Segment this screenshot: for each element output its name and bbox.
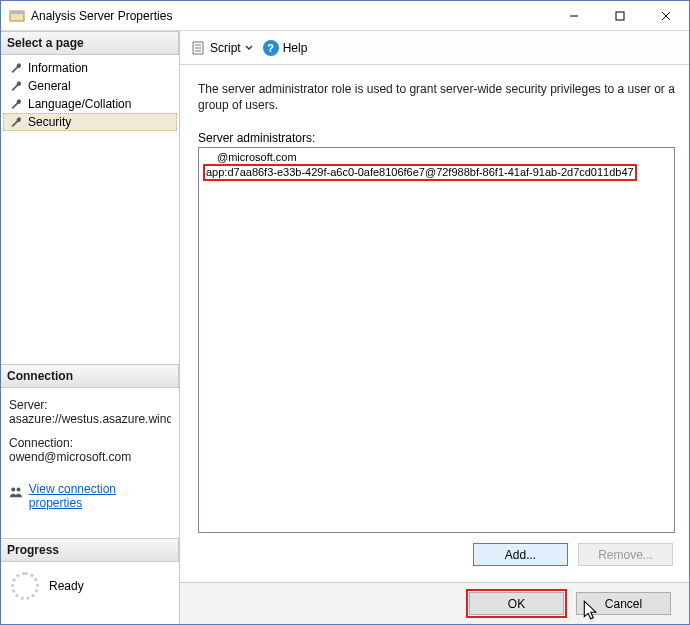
right-panel: Script ? Help The server administrator r…: [180, 31, 689, 624]
connection-value: owend@microsoft.com: [9, 450, 171, 464]
wrench-icon: [9, 97, 23, 111]
ok-button[interactable]: OK: [469, 592, 564, 615]
view-connection-properties-link[interactable]: View connection properties: [29, 482, 171, 510]
page-language-collation[interactable]: Language/Collation: [3, 95, 177, 113]
security-description: The server administrator role is used to…: [198, 81, 675, 113]
list-item[interactable]: @microsoft.com: [199, 150, 674, 165]
chevron-down-icon: [245, 44, 253, 52]
close-button[interactable]: [643, 1, 689, 30]
connection-panel: Server: asazure://westus.asazure.windows…: [1, 388, 179, 516]
select-page-header: Select a page: [1, 31, 179, 55]
svg-rect-3: [616, 12, 624, 20]
connection-header: Connection: [1, 364, 179, 388]
connection-label: Connection:: [9, 436, 171, 450]
progress-spinner-icon: [11, 572, 39, 600]
help-button[interactable]: ? Help: [263, 40, 308, 56]
window-controls: [551, 1, 689, 30]
svg-point-6: [11, 487, 15, 491]
page-information[interactable]: Information: [3, 59, 177, 77]
wrench-icon: [9, 79, 23, 93]
toolbar: Script ? Help: [180, 31, 689, 65]
progress-status: Ready: [49, 579, 84, 593]
page-label: Security: [28, 115, 71, 129]
add-button[interactable]: Add...: [473, 543, 568, 566]
server-label: Server:: [9, 398, 171, 412]
script-icon: [190, 40, 206, 56]
progress-panel: Ready: [1, 562, 179, 610]
titlebar: Analysis Server Properties: [1, 1, 689, 31]
script-dropdown[interactable]: Script: [190, 40, 253, 56]
page-label: Language/Collation: [28, 97, 131, 111]
wrench-icon: [9, 61, 23, 75]
admin-list-label: Server administrators:: [198, 131, 675, 145]
script-label: Script: [210, 41, 241, 55]
maximize-button[interactable]: [597, 1, 643, 30]
help-icon: ?: [263, 40, 279, 56]
svg-point-7: [17, 487, 21, 491]
server-value: asazure://westus.asazure.windows: [9, 412, 171, 426]
app-icon: [9, 8, 25, 24]
page-label: Information: [28, 61, 88, 75]
minimize-button[interactable]: [551, 1, 597, 30]
page-security[interactable]: Security: [3, 113, 177, 131]
people-icon: [9, 485, 23, 499]
server-administrators-list[interactable]: @microsoft.com app:d7aa86f3-e33b-429f-a6…: [198, 147, 675, 533]
window-title: Analysis Server Properties: [31, 9, 551, 23]
wrench-icon: [9, 115, 23, 129]
page-list: Information General Language/Collation S…: [1, 55, 179, 135]
progress-header: Progress: [1, 538, 179, 562]
svg-rect-1: [10, 11, 24, 14]
left-panel: Select a page Information General Langua…: [1, 31, 179, 624]
page-general[interactable]: General: [3, 77, 177, 95]
help-label: Help: [283, 41, 308, 55]
page-label: General: [28, 79, 71, 93]
list-item[interactable]: app:d7aa86f3-e33b-429f-a6c0-0afe8106f6e7…: [204, 165, 636, 180]
cancel-button[interactable]: Cancel: [576, 592, 671, 615]
security-panel: The server administrator role is used to…: [180, 65, 689, 582]
dialog-footer: OK Cancel: [180, 582, 689, 624]
remove-button[interactable]: Remove...: [578, 543, 673, 566]
